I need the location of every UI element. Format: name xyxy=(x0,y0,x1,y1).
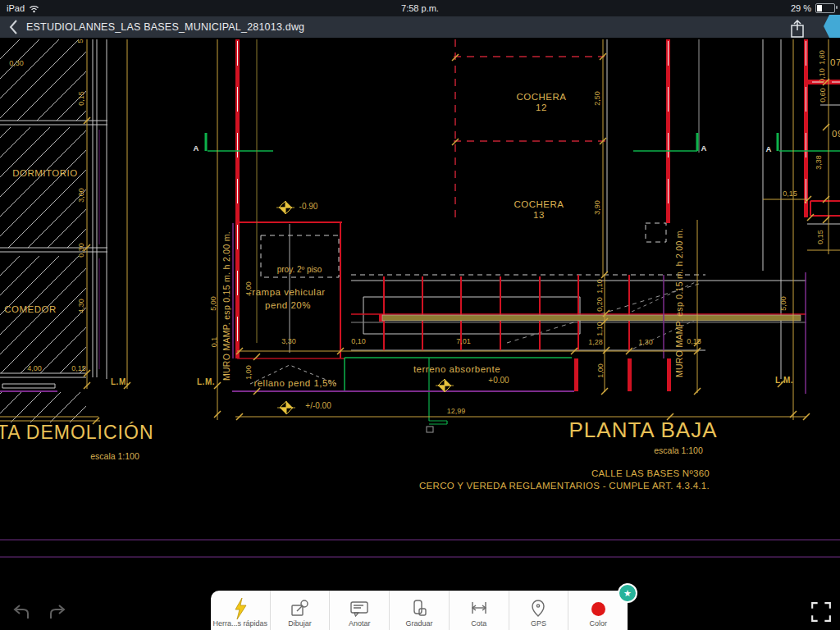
tool-dibujar[interactable]: Dibujar xyxy=(270,591,330,630)
room-label-comedor: COMEDOR xyxy=(4,304,57,314)
section-marker-a3: A xyxy=(766,145,772,153)
dim-label: 1,28 xyxy=(588,339,603,346)
gps-pin-icon xyxy=(528,599,548,619)
color-dot-icon xyxy=(591,599,605,619)
clock: 7:58 p.m. xyxy=(0,3,840,13)
annotation-proy: proy. 2º piso xyxy=(277,266,322,275)
dim-label: 5,00 xyxy=(780,296,788,311)
dim-label: 0,60 xyxy=(819,88,827,103)
scale-label-left: escala 1:100 xyxy=(90,452,139,461)
dim-label: 0,20 xyxy=(596,297,604,312)
dim-label: 4,00 xyxy=(245,281,253,296)
dashed-white-lines xyxy=(250,223,705,384)
room-number-13: 13 xyxy=(533,210,545,220)
room-label-dormitorio: DORMITORIO xyxy=(12,168,78,178)
cad-drawing-canvas[interactable] xyxy=(0,0,840,630)
annotation-rellano: rellano pend 1,5% xyxy=(253,378,336,388)
dim-label: 5,00 xyxy=(210,296,217,311)
undo-button[interactable] xyxy=(10,603,34,623)
dim-label: 0,30 xyxy=(9,60,24,67)
dimension-icon xyxy=(469,599,489,619)
tool-cota[interactable]: Cota xyxy=(449,591,509,630)
dim-label: 1,60 xyxy=(819,50,826,65)
lm-label-1: L.M. xyxy=(111,378,129,387)
app-badge-button[interactable] xyxy=(824,15,840,38)
annotation-rampa-line1: rampa vehicular xyxy=(252,287,325,297)
room-number-07: 07 xyxy=(830,57,840,67)
section-marker-a1: A xyxy=(194,144,199,153)
dim-label: 0,15 xyxy=(783,190,797,198)
dim-label: 0,15 xyxy=(78,91,85,106)
plan-title-demolicion: TA DEMOLICIÓN xyxy=(0,422,154,444)
dim-label: 7,01 xyxy=(456,338,471,345)
annotate-icon xyxy=(349,599,369,619)
annotation-muro-left: MURO MAMP. esp 0.15 m. h 2.00 m. xyxy=(222,231,231,381)
section-marker-a2: A xyxy=(701,144,707,153)
chevron-left-icon xyxy=(8,19,18,35)
dim-label: 1,00 xyxy=(597,363,605,378)
document-title: ESTUDIOLANNES_LAS BASES_MUNICIPAL_281013… xyxy=(26,21,304,33)
fullscreen-button[interactable] xyxy=(810,601,832,623)
dim-label: 0,15 xyxy=(687,338,701,345)
share-icon xyxy=(789,19,806,39)
dim-label: 1,10 xyxy=(596,279,604,294)
dim-label: 3,30 xyxy=(281,338,296,345)
draw-icon xyxy=(290,599,310,619)
fullscreen-icon xyxy=(810,601,832,623)
dim-label: 2,50 xyxy=(594,91,601,106)
undo-icon xyxy=(10,603,33,621)
annotation-terreno: terreno absorbente xyxy=(413,364,500,374)
back-button[interactable] xyxy=(8,19,20,35)
dim-label: 0,10 xyxy=(351,338,366,345)
lm-label-3: L.M. xyxy=(775,377,793,386)
battery-percent: 29 % xyxy=(791,3,811,13)
annotation-rampa-line2: pend 20% xyxy=(265,300,311,310)
level-minus-090: -0.90 xyxy=(299,203,318,212)
magenta-lines xyxy=(0,130,840,557)
annotation-muro-right: MURO MAMP. esp 0.15 m. h 2.00 m. xyxy=(675,228,684,377)
tool-graduar[interactable]: Graduar xyxy=(389,591,449,630)
dim-label: 4,00 xyxy=(27,365,42,372)
wall-lines-white xyxy=(0,39,840,388)
room-number-09: 09 xyxy=(832,129,840,139)
tool-anotar[interactable]: Anotar xyxy=(329,591,389,630)
dim-label: 3,38 xyxy=(815,155,823,170)
dim-label: 4,30 xyxy=(78,299,85,313)
dim-label: 0,1 xyxy=(211,337,218,348)
tool-gps[interactable]: GPS xyxy=(509,591,568,630)
dim-label: 1,00 xyxy=(245,365,253,380)
compliance-label: CERCO Y VEREDA REGLAMENTARIOS - CUMPLE A… xyxy=(419,481,710,491)
lm-label-2: L.M. xyxy=(197,378,215,387)
dim-label: 3,00 xyxy=(78,188,85,203)
star-badge[interactable]: ★ xyxy=(618,583,637,603)
dim-label: 0,15 xyxy=(71,365,86,372)
level-plusminus-000: +/-0.00 xyxy=(305,402,331,411)
dim-label: 0,15 xyxy=(817,230,824,244)
dim-label: 1,30 xyxy=(638,339,653,346)
dim-label: 3,90 xyxy=(594,200,601,215)
dim-label: 12,99 xyxy=(447,408,466,415)
plan-title-planta-baja: PLANTA BAJA xyxy=(568,419,717,441)
tools-toolbar: Herra...s rápidas Dibujar Anotar xyxy=(211,591,628,630)
redo-icon xyxy=(46,603,69,621)
graduate-icon xyxy=(409,599,429,619)
address-label: CALLE LAS BASES Nº360 xyxy=(591,468,710,478)
battery-icon xyxy=(815,3,835,13)
dim-label: 1,10 xyxy=(596,322,604,336)
room-number-12: 12 xyxy=(536,103,547,112)
redo-button[interactable] xyxy=(46,603,71,623)
detail-box xyxy=(427,427,433,432)
lightning-icon xyxy=(232,599,249,619)
share-button[interactable] xyxy=(789,19,806,37)
room-label-cochera13: COCHERA xyxy=(514,199,564,209)
dim-label: 0,10 xyxy=(819,68,826,83)
title-bar: ESTUDIOLANNES_LAS BASES_MUNICIPAL_281013… xyxy=(0,16,840,38)
red-dashed-lines xyxy=(454,39,607,220)
scale-label-right: escala 1:100 xyxy=(654,446,703,455)
tool-quick-tools[interactable]: Herra...s rápidas xyxy=(211,591,270,630)
app-root: DORMITORIO COMEDOR COCHERA 12 COCHERA 13… xyxy=(0,0,840,630)
status-bar: iPad 7:58 p.m. 29 % xyxy=(0,0,840,16)
dim-label: 5 xyxy=(77,39,84,43)
dim-label: 0,30 xyxy=(78,243,85,258)
room-label-cochera12: COCHERA xyxy=(516,92,566,102)
